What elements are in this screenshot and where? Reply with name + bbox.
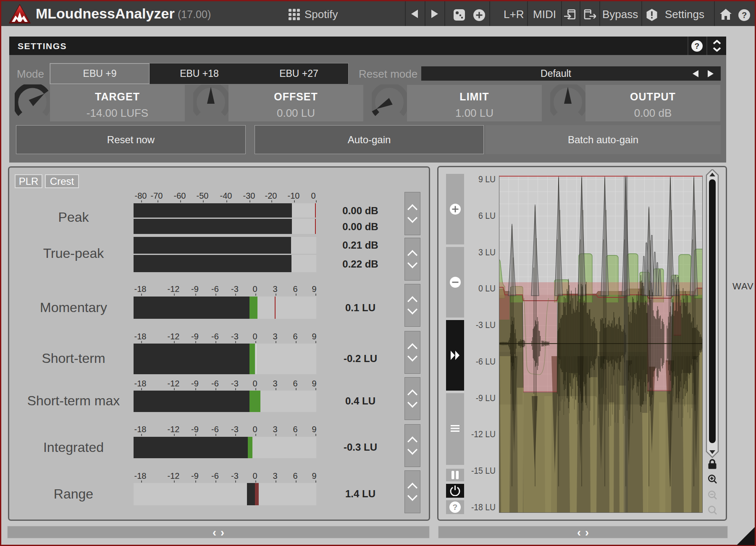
svg-text:?: ? [695, 42, 700, 50]
